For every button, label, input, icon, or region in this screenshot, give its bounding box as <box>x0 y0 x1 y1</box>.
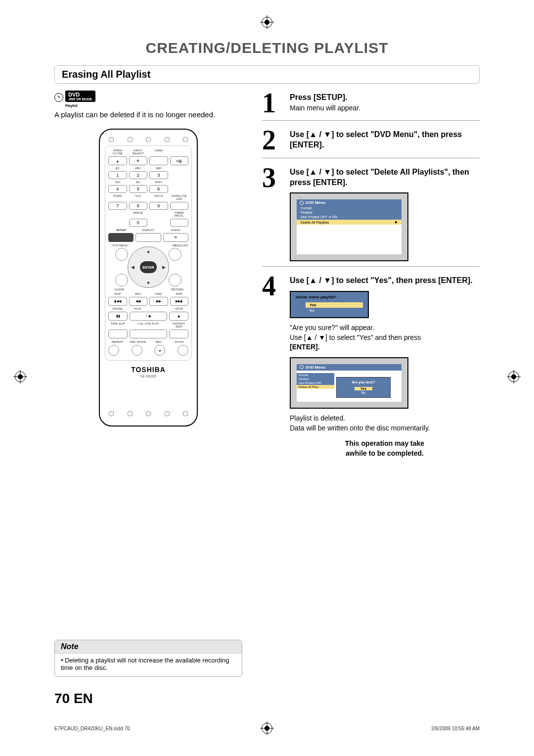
osd-are-you-sure: DVD Menu Format Finalize Disc Protect OF… <box>290 357 408 409</box>
remote-hole-icon <box>165 137 170 142</box>
key-5: 5 <box>129 185 148 193</box>
osd2-item-finalize: Finalize <box>297 377 334 381</box>
step-number: 2 <box>262 128 284 152</box>
fwd-button: ▶▶ <box>149 297 168 306</box>
remote-control-illustration: OPEN/ CLOSE INPUT SELECT HDMI ▲ ⊕ I/⏻ .@… <box>99 129 198 426</box>
step-subtext: Main menu will appear. <box>290 104 480 112</box>
osd-option-yes: Yes <box>306 302 363 308</box>
registration-mark-top <box>262 17 272 30</box>
remote-hole-icon <box>146 137 151 142</box>
registration-mark-right <box>508 372 519 385</box>
remote-hole-icon <box>183 411 188 416</box>
osd2-option-yes: Yes <box>355 387 372 390</box>
step-3: 3 Use [▲ / ▼] to select "Delete All Play… <box>262 165 480 267</box>
remote-hole-icon <box>128 137 133 142</box>
footer-timestamp: 2/6/2009 10:55:48 AM <box>431 726 480 731</box>
osd-item-delete-all-playlists: Delete All Playlists▶ <box>297 220 401 225</box>
osd-item-disc-protect: Disc Protect OFF ➔ ON <box>297 215 401 220</box>
left-column: ✎ DVD -RW VR MODE Playlist A playlist ca… <box>54 91 242 470</box>
key-9: 9 <box>149 202 168 210</box>
remote-hole-icon <box>165 411 170 416</box>
key-8: 8 <box>129 202 148 210</box>
top-menu-button <box>115 248 128 261</box>
step-number: 1 <box>262 91 284 115</box>
intro-text: A playlist can be deleted if it is no lo… <box>54 110 242 119</box>
section-heading: Erasing All Playlist <box>54 65 480 84</box>
osd-item-format: Format <box>297 206 401 210</box>
step-4: 4 Use [▲ / ▼] to select "Yes", then pres… <box>262 274 480 463</box>
key-3: 3 <box>149 171 168 179</box>
after-text-line2: Use [▲ / ▼] to select "Yes" and then pre… <box>290 333 480 352</box>
clear-button <box>115 274 128 286</box>
display-button <box>135 233 161 242</box>
osd-item-finalize: Finalize <box>297 210 401 215</box>
main-title: CREATING/DELETING PLAYLIST <box>54 40 480 56</box>
skip-fwd-button: ▶▶▮ <box>170 297 189 306</box>
repeat-button <box>108 345 119 356</box>
setup-button <box>108 233 134 242</box>
key-2: 2 <box>129 171 148 179</box>
osd2-popup: Are you sure? Yes No <box>336 377 391 398</box>
rev-button: ◀◀ <box>129 297 148 306</box>
rec-button: ● <box>154 345 165 356</box>
input-select-button: ⊕ <box>129 156 148 165</box>
note-title: Note <box>55 640 242 654</box>
down-arrow-icon: ▼ <box>146 281 151 285</box>
timer-prog-button <box>170 219 189 227</box>
step-number: 3 <box>262 165 284 262</box>
disc-icon <box>300 365 304 369</box>
disc-icon <box>300 201 304 205</box>
rec-mode-button <box>132 345 142 356</box>
skip-back-button: ▮◀◀ <box>108 297 127 306</box>
step-number: 4 <box>262 274 284 458</box>
right-arrow-icon: ▶ <box>162 265 166 270</box>
pause-button: ▮▮ <box>108 312 128 321</box>
up-arrow-icon: ▲ <box>146 249 151 254</box>
step-1: 1 Press [SETUP]. Main menu will appear. <box>262 91 480 121</box>
stop-button: ■ <box>169 312 188 321</box>
registration-mark-left <box>15 372 26 385</box>
osd2-item-disc-protect: Disc Protect OFF <box>297 381 334 385</box>
note-box: Note Deleting a playlist will not increa… <box>54 640 242 677</box>
return-button <box>169 274 181 286</box>
footer-filename: E7PCAUD_DR420KU_EN.indd 70 <box>54 726 130 731</box>
play-button: ○ ▶ <box>130 312 167 321</box>
note-body-text: Deleting a playlist will not increase th… <box>61 657 236 671</box>
remote-hole-icon <box>128 411 133 416</box>
satellite-link-button <box>170 202 189 210</box>
enter-button: ENTER <box>140 261 157 273</box>
zoom-button <box>178 345 188 356</box>
page-number: 70 EN <box>54 691 93 707</box>
osd2-option-no: No <box>356 391 372 394</box>
remote-hole-icon <box>146 411 151 416</box>
power-button: I/⏻ <box>170 156 189 165</box>
key-1: 1 <box>108 171 127 179</box>
key-6: 6 <box>149 185 168 193</box>
remote-hole-icon <box>183 137 188 142</box>
menu-list-button <box>169 248 181 261</box>
right-column: 1 Press [SETUP]. Main menu will appear. … <box>262 91 480 470</box>
key-4: 4 <box>108 185 127 193</box>
hdmi-button <box>149 156 168 165</box>
instant-skip-button <box>169 330 188 338</box>
dpad: ▲ ▼ ◀ ▶ ENTER <box>128 246 169 288</box>
audio-button: ⟲ <box>163 233 188 242</box>
osd2-item-format: Format <box>297 373 334 377</box>
after-text-line1: "Are you sure?" will appear. <box>290 323 480 333</box>
remote-hole-icon <box>109 137 114 142</box>
osd-dvd-menu: DVD Menu Format Finalize Disc Protect OF… <box>290 192 408 261</box>
step-title: Use [▲ / ▼] to select "Yes", then press … <box>290 276 480 286</box>
remote-hole-icon <box>109 411 114 416</box>
step-title: Use [▲ / ▼] to select "Delete All Playli… <box>290 167 480 188</box>
osd-delete-confirm: Delete entire playlist? Yes No <box>290 291 369 318</box>
speed-play-button <box>130 330 167 338</box>
playlist-sublabel: Playlist <box>65 104 242 107</box>
right-triangle-icon: ▶ <box>395 220 398 224</box>
label-hdmi: HDMI <box>149 149 168 155</box>
model-label: SE-R0265 <box>105 375 192 378</box>
open-close-button: ▲ <box>108 156 127 165</box>
key-0: 0 <box>129 219 148 227</box>
registration-mark-bottom <box>262 723 272 735</box>
brand-label: TOSHIBA <box>105 366 192 374</box>
label-input-select: INPUT SELECT <box>129 149 148 155</box>
